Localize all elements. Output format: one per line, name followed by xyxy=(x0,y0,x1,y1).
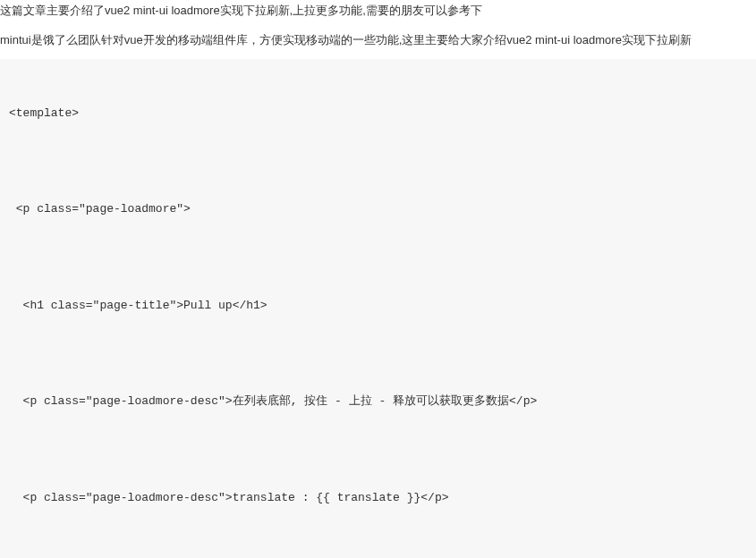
blank-line xyxy=(9,155,747,167)
blank-line xyxy=(9,347,747,359)
article-intro-2: mintui是饿了么团队针对vue开发的移动端组件库，方便实现移动端的一些功能,… xyxy=(0,26,756,59)
blank-line xyxy=(9,444,747,456)
article-intro-1: 这篇文章主要介绍了vue2 mint-ui loadmore实现下拉刷新,上拉更… xyxy=(0,0,756,26)
code-line: <template> xyxy=(9,99,747,127)
code-line: <p class="page-loadmore"> xyxy=(9,195,747,223)
code-block: <template> <p class="page-loadmore"> <h1… xyxy=(0,59,756,558)
code-line: <p class="page-loadmore-desc">在列表底部, 按住 … xyxy=(9,387,747,415)
blank-line xyxy=(9,251,747,264)
code-line: <p class="page-loadmore-desc">translate … xyxy=(9,484,747,512)
blank-line xyxy=(9,539,747,552)
page-root: 这篇文章主要介绍了vue2 mint-ui loadmore实现下拉刷新,上拉更… xyxy=(0,0,756,558)
code-line: <h1 class="page-title">Pull up</h1> xyxy=(9,292,747,319)
